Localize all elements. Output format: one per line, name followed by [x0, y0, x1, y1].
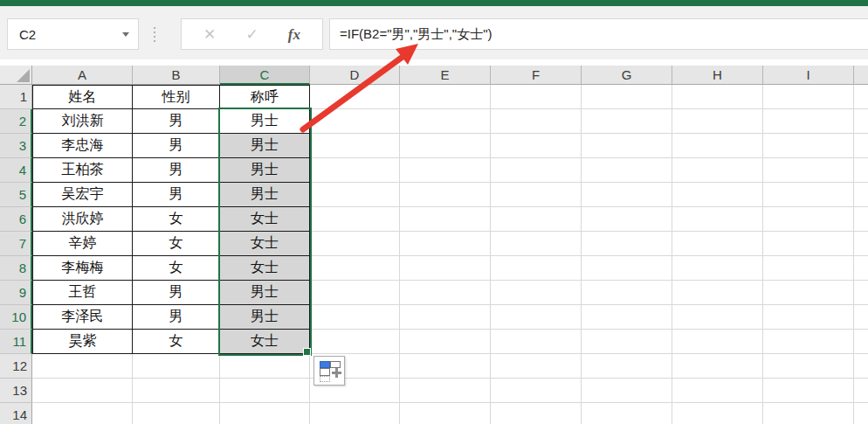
- cell-D4[interactable]: [310, 158, 400, 183]
- cell-F5[interactable]: [491, 183, 582, 207]
- fill-handle[interactable]: [303, 348, 311, 356]
- cell-I7[interactable]: [763, 232, 854, 256]
- cell-D10[interactable]: [310, 305, 400, 330]
- cell-G3[interactable]: [582, 134, 672, 158]
- cell-E13[interactable]: [400, 379, 491, 403]
- cell-H7[interactable]: [672, 232, 763, 256]
- cell-F8[interactable]: [491, 256, 582, 281]
- row-header-12[interactable]: 12: [0, 354, 32, 379]
- row-header-10[interactable]: 10: [0, 305, 32, 330]
- cell-E7[interactable]: [400, 232, 491, 256]
- cell-A8[interactable]: 李梅梅: [32, 256, 133, 281]
- formula-bar-splitter[interactable]: [154, 27, 155, 42]
- cell-F10[interactable]: [491, 305, 582, 330]
- cell-I8[interactable]: [763, 256, 854, 281]
- cell-J8[interactable]: [854, 256, 868, 281]
- column-header-G[interactable]: G: [582, 66, 672, 85]
- cell-E8[interactable]: [400, 256, 491, 281]
- cell-B9[interactable]: 男: [133, 281, 220, 305]
- cell-D5[interactable]: [310, 183, 400, 207]
- cell-H11[interactable]: [672, 330, 763, 354]
- cell-D2[interactable]: [310, 109, 400, 134]
- cell-D7[interactable]: [310, 232, 400, 256]
- column-header-A[interactable]: A: [32, 66, 133, 85]
- cell-D6[interactable]: [310, 207, 400, 232]
- column-header-F[interactable]: F: [491, 66, 582, 85]
- cell-J4[interactable]: [854, 158, 868, 183]
- cell-J2[interactable]: [854, 109, 868, 134]
- cell-G12[interactable]: [582, 354, 672, 379]
- column-header-I[interactable]: I: [763, 66, 854, 85]
- formula-input[interactable]: =IF(B2="男","男士","女士"): [329, 18, 868, 50]
- cell-H3[interactable]: [672, 134, 763, 158]
- cell-G13[interactable]: [582, 379, 672, 403]
- column-header-B[interactable]: B: [133, 66, 220, 85]
- cell-I10[interactable]: [763, 305, 854, 330]
- cell-H2[interactable]: [672, 109, 763, 134]
- column-header-H[interactable]: H: [672, 66, 763, 85]
- select-all-button[interactable]: [0, 66, 32, 85]
- row-header-9[interactable]: 9: [0, 281, 32, 305]
- cell-J6[interactable]: [854, 207, 868, 232]
- cell-A2[interactable]: 刘洪新: [32, 109, 133, 134]
- cell-I4[interactable]: [763, 158, 854, 183]
- cell-B4[interactable]: 男: [133, 158, 220, 183]
- cancel-icon[interactable]: ✕: [203, 27, 216, 42]
- cell-A5[interactable]: 吴宏宇: [32, 183, 133, 207]
- cell-I5[interactable]: [763, 183, 854, 207]
- cell-B12[interactable]: [133, 354, 220, 379]
- cell-J10[interactable]: [854, 305, 868, 330]
- cell-G14[interactable]: [582, 403, 672, 424]
- cell-H14[interactable]: [672, 403, 763, 424]
- cell-E9[interactable]: [400, 281, 491, 305]
- cell-E12[interactable]: [400, 354, 491, 379]
- row-header-14[interactable]: 14: [0, 403, 32, 424]
- cell-A4[interactable]: 王柏茶: [32, 158, 133, 183]
- cell-G6[interactable]: [582, 207, 672, 232]
- cell-C1[interactable]: 称呼: [220, 85, 310, 109]
- cell-C5[interactable]: 男士: [220, 183, 310, 207]
- cell-G11[interactable]: [582, 330, 672, 354]
- cell-H13[interactable]: [672, 379, 763, 403]
- cell-B2[interactable]: 男: [133, 109, 220, 134]
- cell-D8[interactable]: [310, 256, 400, 281]
- cell-H8[interactable]: [672, 256, 763, 281]
- cell-J5[interactable]: [854, 183, 868, 207]
- cell-D14[interactable]: [310, 403, 400, 424]
- cell-D3[interactable]: [310, 134, 400, 158]
- cell-B7[interactable]: 女: [133, 232, 220, 256]
- cell-G2[interactable]: [582, 109, 672, 134]
- cell-I13[interactable]: [763, 379, 854, 403]
- row-header-13[interactable]: 13: [0, 379, 32, 403]
- cell-I1[interactable]: [763, 85, 854, 109]
- cell-E10[interactable]: [400, 305, 491, 330]
- column-header-C[interactable]: C: [220, 66, 310, 85]
- cell-I14[interactable]: [763, 403, 854, 424]
- cell-J3[interactable]: [854, 134, 868, 158]
- cell-D11[interactable]: [310, 330, 400, 354]
- cell-F9[interactable]: [491, 281, 582, 305]
- cell-F13[interactable]: [491, 379, 582, 403]
- column-header-E[interactable]: E: [400, 66, 491, 85]
- cell-F3[interactable]: [491, 134, 582, 158]
- cell-B8[interactable]: 女: [133, 256, 220, 281]
- cell-A11[interactable]: 昊紫: [32, 330, 133, 354]
- cell-E3[interactable]: [400, 134, 491, 158]
- cell-B10[interactable]: 男: [133, 305, 220, 330]
- row-header-11[interactable]: 11: [0, 330, 32, 354]
- cell-G4[interactable]: [582, 158, 672, 183]
- cell-H6[interactable]: [672, 207, 763, 232]
- row-header-6[interactable]: 6: [0, 207, 32, 232]
- cell-J11[interactable]: [854, 330, 868, 354]
- enter-icon[interactable]: ✓: [245, 27, 258, 42]
- cell-F11[interactable]: [491, 330, 582, 354]
- cell-C14[interactable]: [220, 403, 310, 424]
- cell-I6[interactable]: [763, 207, 854, 232]
- cell-B6[interactable]: 女: [133, 207, 220, 232]
- cell-G9[interactable]: [582, 281, 672, 305]
- cell-C12[interactable]: [220, 354, 310, 379]
- cell-C7[interactable]: 女士: [220, 232, 310, 256]
- row-header-4[interactable]: 4: [0, 158, 32, 183]
- cell-E11[interactable]: [400, 330, 491, 354]
- cell-H9[interactable]: [672, 281, 763, 305]
